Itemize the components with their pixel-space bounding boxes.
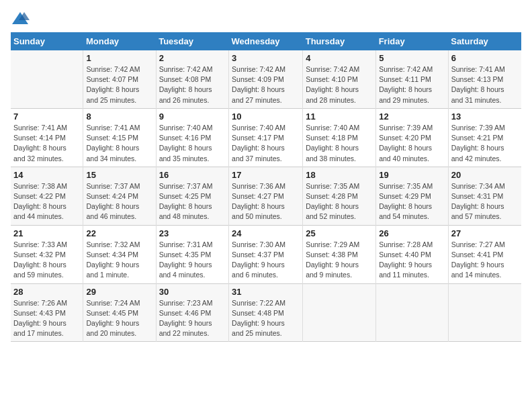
calendar-day-cell: 15Sunrise: 7:37 AM Sunset: 4:24 PM Dayli… [83, 167, 156, 225]
calendar-day-cell [11, 50, 83, 108]
day-number: 6 [451, 53, 519, 63]
calendar-day-cell: 23Sunrise: 7:31 AM Sunset: 4:35 PM Dayli… [156, 225, 228, 283]
day-number: 13 [451, 111, 519, 122]
calendar-day-cell: 29Sunrise: 7:24 AM Sunset: 4:45 PM Dayli… [83, 283, 156, 342]
calendar-week-row: 14Sunrise: 7:38 AM Sunset: 4:22 PM Dayli… [11, 167, 521, 225]
calendar-day-cell: 7Sunrise: 7:41 AM Sunset: 4:14 PM Daylig… [11, 108, 83, 167]
day-number: 5 [379, 53, 445, 63]
day-number: 22 [86, 228, 152, 238]
day-info: Sunrise: 7:42 AM Sunset: 4:08 PM Dayligh… [159, 64, 226, 105]
day-number: 16 [159, 170, 226, 180]
calendar-day-cell [303, 283, 376, 342]
day-number: 8 [86, 111, 152, 122]
calendar-week-row: 21Sunrise: 7:33 AM Sunset: 4:32 PM Dayli… [11, 225, 521, 283]
calendar-day-cell: 1Sunrise: 7:42 AM Sunset: 4:07 PM Daylig… [83, 50, 156, 108]
day-number: 31 [232, 287, 300, 297]
day-info: Sunrise: 7:35 AM Sunset: 4:28 PM Dayligh… [306, 181, 373, 222]
day-of-week-header: Thursday [303, 32, 376, 50]
day-info: Sunrise: 7:42 AM Sunset: 4:09 PM Dayligh… [232, 64, 300, 105]
day-of-week-header: Sunday [11, 32, 83, 50]
day-number: 11 [306, 111, 373, 122]
day-info: Sunrise: 7:33 AM Sunset: 4:32 PM Dayligh… [13, 240, 80, 281]
day-info: Sunrise: 7:41 AM Sunset: 4:13 PM Dayligh… [451, 64, 519, 105]
day-info: Sunrise: 7:42 AM Sunset: 4:07 PM Dayligh… [86, 64, 152, 105]
day-number: 10 [232, 111, 300, 122]
day-number: 7 [13, 111, 80, 122]
calendar-day-cell: 21Sunrise: 7:33 AM Sunset: 4:32 PM Dayli… [11, 225, 83, 283]
day-info: Sunrise: 7:23 AM Sunset: 4:46 PM Dayligh… [159, 298, 226, 339]
day-info: Sunrise: 7:40 AM Sunset: 4:16 PM Dayligh… [159, 123, 226, 164]
calendar-day-cell: 9Sunrise: 7:40 AM Sunset: 4:16 PM Daylig… [156, 108, 228, 167]
day-of-week-header: Wednesday [229, 32, 303, 50]
logo-icon [11, 11, 30, 26]
calendar-day-cell: 16Sunrise: 7:37 AM Sunset: 4:25 PM Dayli… [156, 167, 228, 225]
day-info: Sunrise: 7:37 AM Sunset: 4:24 PM Dayligh… [86, 181, 152, 222]
day-of-week-header: Friday [376, 32, 449, 50]
calendar-day-cell: 5Sunrise: 7:42 AM Sunset: 4:11 PM Daylig… [376, 50, 449, 108]
day-number: 14 [13, 170, 80, 180]
calendar-day-cell: 25Sunrise: 7:29 AM Sunset: 4:38 PM Dayli… [303, 225, 376, 283]
day-number: 24 [232, 228, 300, 238]
day-number: 19 [379, 170, 445, 180]
day-number: 25 [306, 228, 373, 238]
day-info: Sunrise: 7:37 AM Sunset: 4:25 PM Dayligh… [159, 181, 226, 222]
calendar-day-cell: 14Sunrise: 7:38 AM Sunset: 4:22 PM Dayli… [11, 167, 83, 225]
calendar-day-cell: 28Sunrise: 7:26 AM Sunset: 4:43 PM Dayli… [11, 283, 83, 342]
day-info: Sunrise: 7:40 AM Sunset: 4:18 PM Dayligh… [306, 123, 373, 164]
logo [11, 11, 32, 26]
calendar-week-row: 7Sunrise: 7:41 AM Sunset: 4:14 PM Daylig… [11, 108, 521, 167]
calendar-week-row: 28Sunrise: 7:26 AM Sunset: 4:43 PM Dayli… [11, 283, 521, 342]
day-info: Sunrise: 7:22 AM Sunset: 4:48 PM Dayligh… [232, 298, 300, 339]
day-number: 30 [159, 287, 226, 297]
day-info: Sunrise: 7:42 AM Sunset: 4:10 PM Dayligh… [306, 64, 373, 105]
day-number: 18 [306, 170, 373, 180]
day-number: 15 [86, 170, 152, 180]
page-header [11, 11, 521, 26]
calendar-day-cell: 18Sunrise: 7:35 AM Sunset: 4:28 PM Dayli… [303, 167, 376, 225]
day-info: Sunrise: 7:28 AM Sunset: 4:40 PM Dayligh… [379, 240, 445, 281]
calendar-day-cell: 30Sunrise: 7:23 AM Sunset: 4:46 PM Dayli… [156, 283, 228, 342]
day-number: 27 [451, 228, 519, 238]
day-info: Sunrise: 7:32 AM Sunset: 4:34 PM Dayligh… [86, 240, 152, 281]
calendar-day-cell: 2Sunrise: 7:42 AM Sunset: 4:08 PM Daylig… [156, 50, 228, 108]
day-number: 29 [86, 287, 152, 297]
calendar-table: SundayMondayTuesdayWednesdayThursdayFrid… [11, 32, 521, 342]
calendar-day-cell: 20Sunrise: 7:34 AM Sunset: 4:31 PM Dayli… [448, 167, 521, 225]
day-info: Sunrise: 7:24 AM Sunset: 4:45 PM Dayligh… [86, 298, 152, 339]
day-info: Sunrise: 7:40 AM Sunset: 4:17 PM Dayligh… [232, 123, 300, 164]
calendar-day-cell: 24Sunrise: 7:30 AM Sunset: 4:37 PM Dayli… [229, 225, 303, 283]
day-info: Sunrise: 7:42 AM Sunset: 4:11 PM Dayligh… [379, 64, 445, 105]
calendar-day-cell: 17Sunrise: 7:36 AM Sunset: 4:27 PM Dayli… [229, 167, 303, 225]
calendar-day-cell: 31Sunrise: 7:22 AM Sunset: 4:48 PM Dayli… [229, 283, 303, 342]
day-info: Sunrise: 7:36 AM Sunset: 4:27 PM Dayligh… [232, 181, 300, 222]
day-number: 26 [379, 228, 445, 238]
calendar-day-cell: 12Sunrise: 7:39 AM Sunset: 4:20 PM Dayli… [376, 108, 449, 167]
day-info: Sunrise: 7:38 AM Sunset: 4:22 PM Dayligh… [13, 181, 80, 222]
day-number: 12 [379, 111, 445, 122]
day-number: 9 [159, 111, 226, 122]
day-number: 28 [13, 287, 80, 297]
day-info: Sunrise: 7:39 AM Sunset: 4:20 PM Dayligh… [379, 123, 445, 164]
day-of-week-header: Tuesday [156, 32, 228, 50]
day-number: 2 [159, 53, 226, 63]
day-number: 4 [306, 53, 373, 63]
calendar-day-cell: 11Sunrise: 7:40 AM Sunset: 4:18 PM Dayli… [303, 108, 376, 167]
day-info: Sunrise: 7:26 AM Sunset: 4:43 PM Dayligh… [13, 298, 80, 339]
calendar-day-cell: 3Sunrise: 7:42 AM Sunset: 4:09 PM Daylig… [229, 50, 303, 108]
calendar-day-cell: 6Sunrise: 7:41 AM Sunset: 4:13 PM Daylig… [448, 50, 521, 108]
day-of-week-header: Saturday [448, 32, 521, 50]
calendar-day-cell [376, 283, 449, 342]
calendar-header-row: SundayMondayTuesdayWednesdayThursdayFrid… [11, 32, 521, 50]
day-number: 20 [451, 170, 519, 180]
calendar-day-cell: 22Sunrise: 7:32 AM Sunset: 4:34 PM Dayli… [83, 225, 156, 283]
day-info: Sunrise: 7:41 AM Sunset: 4:15 PM Dayligh… [86, 123, 152, 164]
day-number: 17 [232, 170, 300, 180]
calendar-day-cell [448, 283, 521, 342]
calendar-day-cell: 10Sunrise: 7:40 AM Sunset: 4:17 PM Dayli… [229, 108, 303, 167]
day-info: Sunrise: 7:29 AM Sunset: 4:38 PM Dayligh… [306, 240, 373, 281]
calendar-day-cell: 26Sunrise: 7:28 AM Sunset: 4:40 PM Dayli… [376, 225, 449, 283]
calendar-day-cell: 19Sunrise: 7:35 AM Sunset: 4:29 PM Dayli… [376, 167, 449, 225]
day-number: 3 [232, 53, 300, 63]
day-of-week-header: Monday [83, 32, 156, 50]
day-number: 23 [159, 228, 226, 238]
